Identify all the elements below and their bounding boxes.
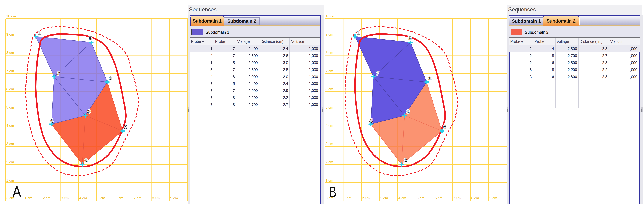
- svg-text:3 cm: 3 cm: [326, 142, 333, 146]
- svg-text:4: 4: [370, 118, 372, 123]
- svg-text:4 cm: 4 cm: [398, 196, 406, 200]
- svg-text:2 cm: 2 cm: [326, 160, 333, 164]
- svg-text:1 cm: 1 cm: [326, 178, 333, 182]
- svg-text:9 cm: 9 cm: [326, 32, 333, 36]
- svg-text:8 cm: 8 cm: [471, 196, 479, 200]
- svg-text:6 cm: 6 cm: [326, 87, 333, 91]
- svg-text:8 cm: 8 cm: [326, 51, 333, 55]
- svg-text:B: B: [329, 184, 336, 200]
- svg-text:5: 5: [408, 36, 412, 41]
- svg-text:2 cm: 2 cm: [362, 196, 370, 200]
- svg-text:7: 7: [376, 70, 379, 76]
- svg-text:7 cm: 7 cm: [326, 69, 333, 73]
- svg-text:6 cm: 6 cm: [435, 196, 442, 200]
- svg-text:7 cm: 7 cm: [453, 196, 461, 200]
- svg-text:1 cm: 1 cm: [344, 196, 352, 200]
- svg-text:9 cm: 9 cm: [490, 196, 497, 200]
- svg-text:3 cm: 3 cm: [380, 196, 388, 200]
- svg-text:8: 8: [407, 109, 410, 114]
- svg-text:5 cm: 5 cm: [326, 105, 333, 109]
- svg-text:6: 6: [443, 124, 446, 130]
- svg-text:5 cm: 5 cm: [417, 196, 424, 200]
- svg-text:1: 1: [357, 30, 360, 35]
- svg-text:3: 3: [428, 75, 431, 81]
- svg-text:10 cm: 10 cm: [326, 14, 335, 18]
- svg-text:4 cm: 4 cm: [326, 124, 333, 128]
- svg-text:2: 2: [404, 158, 407, 163]
